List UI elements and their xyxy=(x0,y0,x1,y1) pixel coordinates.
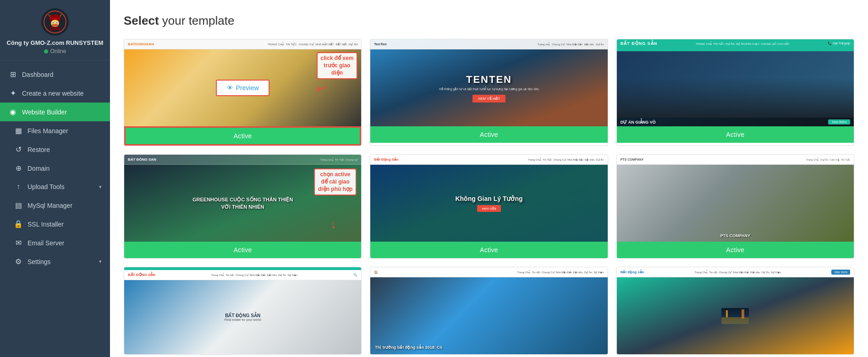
template-card-3: BẤT ĐỘNG SẢN TRANG CHỦTIN TỨCDỰ ÁNDỰ ÁN … xyxy=(616,39,854,146)
svg-rect-10 xyxy=(52,24,58,26)
template-card-7: BẤT ĐỘNG SẢN Trang ChủTin tứcChung CưNhà… xyxy=(124,267,362,355)
template-image-8: 🏠 Trang ChủTin tứcChung CưNhà Mặt ĐấtĐặt… xyxy=(370,267,607,354)
template-header-5: Bất Động Sản Trang ChủTin TứcChung CưNhà… xyxy=(370,155,607,165)
sidebar-item-domain[interactable]: ⊕ Domain xyxy=(0,159,110,178)
files-manager-icon: ▦ xyxy=(14,126,23,135)
template-image-4: BÁT ĐÔNG SAN Trang ChủTin TứcChung cư GR… xyxy=(124,155,361,242)
sidebar-logo: Công ty GMO-Z.com RUNSYSTEM Online xyxy=(0,0,110,60)
active-button-3[interactable]: Active xyxy=(617,126,854,143)
sidebar-item-label: Domain xyxy=(27,165,102,172)
sidebar: Công ty GMO-Z.com RUNSYSTEM Online ⊞ Das… xyxy=(0,0,110,357)
template-grid: BATDONGSAN TRANG CHỦTIN TỨCCHUNG CƯNHÀ M… xyxy=(124,39,854,355)
domain-icon: ⊕ xyxy=(14,164,23,173)
template-hero-8: Thị trường bất động sản 2018: Có xyxy=(375,345,442,350)
template-image-2: TenTen Trang chủChung CưNhà Mặt ĐấtĐặt t… xyxy=(370,39,607,126)
active-button-2[interactable]: Active xyxy=(370,126,607,143)
status-dot xyxy=(44,49,48,54)
preview-button-1[interactable]: 👁 Preview xyxy=(216,80,270,96)
active-button-1[interactable]: Active xyxy=(124,126,361,146)
svg-point-9 xyxy=(56,22,57,23)
ssl-icon: 🔒 xyxy=(14,220,23,228)
preview-overlay-1: 👁 Preview xyxy=(216,80,270,96)
sidebar-item-settings[interactable]: ⚙ Settings ▾ xyxy=(0,252,110,271)
template-card-2: TenTen Trang chủChung CưNhà Mặt ĐấtĐặt t… xyxy=(370,39,608,146)
sidebar-item-create-website[interactable]: ✦ Create a new website xyxy=(0,84,110,103)
template-header-9: Bất động sản Trang ChủTin tứcChung CưNhà… xyxy=(617,267,854,277)
dashboard-icon: ⊞ xyxy=(8,70,17,79)
template-image-3: BẤT ĐỘNG SẢN TRANG CHỦTIN TỨCDỰ ÁNDỰ ÁN … xyxy=(617,39,854,126)
svg-point-8 xyxy=(53,22,54,23)
template-card-9: Bất động sản Trang ChủTin tứcChung CưNhà… xyxy=(616,267,854,355)
template-header-6: PTS COMPANY Trang ChủDự ÁnCăn HộTin Tức xyxy=(617,155,854,165)
sidebar-item-upload-tools[interactable]: ↑ Upload Tools ▾ xyxy=(0,178,110,196)
main-content: Select your template BATDONGSAN TRANG CH… xyxy=(110,0,868,357)
template-image-7: BẤT ĐỘNG SẢN Trang ChủTin tứcChung CưNhà… xyxy=(124,267,361,354)
sidebar-item-label: Website Builder xyxy=(22,108,102,116)
template-hero-6: PTS COMPANY xyxy=(720,233,750,238)
vao-xem-button[interactable]: Vào Xem xyxy=(831,270,850,275)
template-header-7: BẤT ĐỘNG SẢN Trang ChủTin tứcChung CưNhà… xyxy=(124,270,361,280)
template-hero-4: GREENHOUSE CUỘC SỐNG THÂN THIỆNVỚI THIÊN… xyxy=(188,191,297,216)
template-hero-5: Không Gian Lý Tưởng xem nữa xyxy=(451,191,526,216)
template-image-9: Bất động sản Trang ChủTin tứcChung CưNhà… xyxy=(617,267,854,354)
template-hero-9 xyxy=(721,308,749,324)
chevron-down-icon: ▾ xyxy=(99,259,102,265)
status-label: Online xyxy=(50,48,66,54)
sidebar-item-website-builder[interactable]: ◉ Website Builder xyxy=(0,103,110,121)
template-card-1: BATDONGSAN TRANG CHỦTIN TỨCCHUNG CƯNHÀ M… xyxy=(124,39,362,146)
template-header-3: BẤT ĐỘNG SẢN TRANG CHỦTIN TỨCDỰ ÁNDỰ ÁN … xyxy=(617,39,854,48)
sidebar-item-label: Files Manager xyxy=(27,127,102,135)
template-card-6: PTS COMPANY Trang ChủDự ÁnCăn HộTin Tức … xyxy=(616,154,854,259)
settings-icon: ⚙ xyxy=(14,257,23,266)
website-builder-icon: ◉ xyxy=(8,108,17,116)
sidebar-item-dashboard[interactable]: ⊞ Dashboard xyxy=(0,65,110,84)
sidebar-item-label: Create a new website xyxy=(22,90,102,97)
sidebar-navigation: ⊞ Dashboard ✦ Create a new website ◉ Web… xyxy=(0,60,110,357)
email-icon: ✉ xyxy=(14,238,23,247)
restore-icon: ↺ xyxy=(14,145,23,154)
xem-them-button[interactable]: Xem thêm xyxy=(828,119,850,124)
sidebar-item-label: Settings xyxy=(27,258,94,265)
active-button-4[interactable]: Active xyxy=(124,242,361,258)
template-header-8: 🏠 Trang ChủTin tứcChung CưNhà Mặt ĐấtĐặt… xyxy=(370,267,607,277)
template-nav-1: TRANG CHỦTIN TỨCCHUNG CƯNHÀ MẶT BẾTBẾT N… xyxy=(268,43,357,46)
arrow-click-preview: ↙ xyxy=(313,79,330,97)
template-image-5: Bất Động Sản Trang ChủTin TứcChung CưNhà… xyxy=(370,155,607,242)
sidebar-item-ssl[interactable]: 🔒 SSL Installer xyxy=(0,215,110,233)
create-website-icon: ✦ xyxy=(8,89,17,97)
sidebar-item-email[interactable]: ✉ Email Server xyxy=(0,233,110,252)
company-name: Công ty GMO-Z.com RUNSYSTEM xyxy=(7,39,104,46)
template-header-2: TenTen Trang chủChung CưNhà Mặt ĐấtĐặt t… xyxy=(370,39,607,49)
page-title-rest: your template xyxy=(159,14,235,27)
page-title-bold: Select xyxy=(124,14,159,27)
template-hero-7: BẤT ĐỘNG SẢN Real estate for your world xyxy=(225,313,261,321)
svg-rect-2 xyxy=(49,17,60,20)
template-nav-2: Trang chủChung CưNhà Mặt ĐấtĐặt tiêuDự Á… xyxy=(538,43,604,46)
upload-icon: ↑ xyxy=(14,183,23,191)
sidebar-item-label: Restore xyxy=(27,146,102,153)
template-card-5: Bất Động Sản Trang ChủTin TứcChung CưNhà… xyxy=(370,154,608,259)
sidebar-item-label: Upload Tools xyxy=(27,183,94,190)
annotation-click-preview: click để xemtrước giaodiện xyxy=(317,52,358,79)
template-logo-1: BATDONGSAN xyxy=(128,42,154,46)
template-header-1: BATDONGSAN TRANG CHỦTIN TỨCCHUNG CƯNHÀ M… xyxy=(124,39,361,49)
view-more-button-2[interactable]: XEM VỀ MẶT xyxy=(472,95,506,103)
sidebar-item-label: MySql Manager xyxy=(27,202,102,209)
svg-rect-11 xyxy=(50,27,60,30)
template-image-6: PTS COMPANY Trang ChủDự ÁnCăn HộTin Tức … xyxy=(617,155,854,242)
page-title: Select your template xyxy=(124,14,854,28)
active-button-5[interactable]: Active xyxy=(370,242,607,258)
preview-label: Preview xyxy=(236,84,259,92)
sidebar-item-label: Email Server xyxy=(27,239,102,247)
mysql-icon: ▤ xyxy=(14,201,23,210)
template-logo-2: TenTen xyxy=(374,42,386,46)
xem-nua-button[interactable]: xem nữa xyxy=(477,205,500,212)
template-card-8: 🏠 Trang ChủTin tứcChung CưNhà Mặt ĐấtĐặt… xyxy=(370,267,608,355)
template-image-1: BATDONGSAN TRANG CHỦTIN TỨCCHUNG CƯNHÀ M… xyxy=(124,39,361,126)
sidebar-item-restore[interactable]: ↺ Restore xyxy=(0,140,110,159)
active-button-6[interactable]: Active xyxy=(617,242,854,258)
chevron-down-icon: ▾ xyxy=(99,184,102,190)
sidebar-item-mysql[interactable]: ▤ MySql Manager xyxy=(0,196,110,215)
sidebar-item-files-manager[interactable]: ▦ Files Manager xyxy=(0,121,110,140)
template-header-4: BÁT ĐÔNG SAN Trang ChủTin TứcChung cư xyxy=(124,155,361,165)
